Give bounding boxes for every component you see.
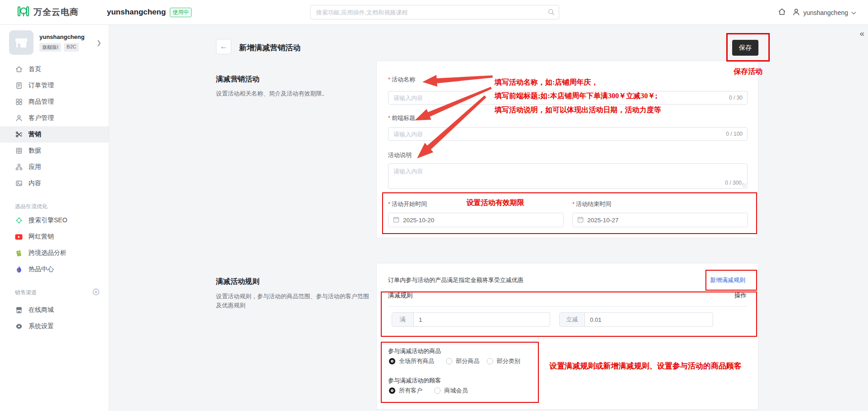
brand: 万全云电商 (17, 5, 79, 19)
topbar-right: yunshangcheng (778, 0, 856, 25)
store-avatar (9, 30, 34, 55)
page-title: 新增满减营销活动 (239, 43, 301, 53)
store-card[interactable]: yunshangcheng 旗舰版I B2C ❯ (0, 25, 109, 61)
save-button[interactable]: 保存 (732, 40, 758, 56)
section-label: 选品引流优化 (15, 203, 48, 210)
sidebar-item-label: 内容 (29, 179, 41, 187)
sidebar-item-orders[interactable]: 订单管理 (0, 77, 109, 94)
sidebar-item-label: 热品中心 (29, 265, 54, 273)
activity-name-input[interactable] (388, 91, 747, 104)
sidebar-item-label: 系统设置 (29, 322, 54, 330)
full-amount-input[interactable]: 1 (414, 313, 550, 326)
customers-scope-label: 参与满减活动的顾客 (388, 377, 441, 385)
table-divider (388, 306, 747, 307)
sidebar-item-label: 订单管理 (29, 81, 54, 90)
plan-badge: 旗舰版I (39, 43, 61, 52)
sidebar-item-online-store[interactable]: 在线商城 (0, 302, 109, 318)
char-counter: 0 / 100 (726, 131, 743, 137)
full-prefix: 满 (392, 313, 414, 326)
table-icon (15, 147, 23, 155)
sidebar-item-data[interactable]: 数据 (0, 143, 109, 159)
sidebar-item-label: 首页 (29, 65, 41, 73)
brand-logo-icon (17, 5, 29, 19)
add-channel-icon[interactable] (92, 288, 100, 297)
radio-label: 所有客户 (399, 387, 422, 395)
products-scope-options: 全场所有商品 部分商品 部分类别 (389, 357, 520, 365)
image-icon (15, 180, 23, 187)
radio-partial-categories[interactable]: 部分类别 (487, 357, 520, 365)
sidebar-item-influencer[interactable]: 网红营销 (0, 229, 109, 245)
reduce-amount-input[interactable]: 0.01 (585, 313, 713, 326)
top-bar: 万全云电商 yunshangcheng 使用中 (0, 0, 868, 25)
sidebar-item-label: 商品管理 (29, 98, 54, 106)
front-title-input[interactable] (388, 128, 747, 140)
radio-icon (434, 387, 441, 394)
add-rule-link[interactable]: 新增满减规则 (710, 276, 745, 284)
sidebar-item-hot-products[interactable]: 热品中心 (0, 261, 109, 277)
campaign-info-card: *活动名称 0 / 30 *前端标题 0 / 100 活动说明 0 / 300 (376, 61, 758, 238)
sidebar-item-products[interactable]: 商品管理 (0, 94, 109, 110)
sitemap-icon (15, 163, 23, 171)
calendar-icon (577, 216, 584, 224)
radio-partial-products[interactable]: 部分商品 (446, 357, 480, 365)
store-name: yunshangcheng (39, 33, 96, 40)
radio-all-products[interactable]: 全场所有商品 (389, 357, 434, 365)
sidebar-item-seo[interactable]: 搜索引擎SEO (0, 212, 109, 229)
brand-name: 万全云电商 (34, 6, 79, 18)
start-time-label: *活动开始时间 (388, 200, 427, 208)
sidebar-item-label: 客户管理 (29, 114, 54, 122)
section2-title: 满减活动规则 (216, 277, 259, 287)
activity-desc-field: 0 / 300 (388, 163, 748, 189)
activity-desc-label: 活动说明 (388, 151, 412, 159)
sidebar-item-label: 应用 (29, 163, 41, 171)
collapse-panel-icon[interactable]: « (859, 29, 864, 38)
radio-icon (389, 387, 395, 394)
reduce-prefix: 立减 (560, 313, 585, 326)
sidebar-item-customers[interactable]: 客户管理 (0, 110, 109, 126)
radio-mall-members[interactable]: 商城会员 (434, 387, 468, 395)
boxes-icon (15, 98, 23, 106)
sidebar-item-content[interactable]: 内容 (0, 175, 109, 191)
person-icon (15, 115, 23, 122)
chevron-right-icon: ❯ (96, 39, 101, 46)
required-asterisk: * (388, 115, 390, 121)
sidebar-item-sourcing[interactable]: 跨境选品分析 (0, 245, 109, 261)
action-column-header: 操作 (734, 292, 747, 300)
chevron-down-icon (851, 9, 856, 16)
char-counter: 0 / 30 (729, 95, 743, 101)
activity-desc-textarea[interactable] (388, 164, 747, 188)
scissors-icon (15, 131, 23, 139)
campaign-rules-card: 订单内参与活动的产品满足指定金额将享受立减优惠 新增满减规则 满减规则 操作 满… (376, 263, 758, 410)
radio-label: 部分类别 (497, 357, 520, 365)
back-button[interactable]: ← (216, 39, 231, 54)
user-icon (792, 8, 800, 17)
search-input[interactable] (310, 5, 559, 19)
required-asterisk: * (388, 201, 390, 207)
rules-table-header: 满减规则 操作 (388, 292, 747, 300)
section2-subtitle: 设置活动规则，参与活动的商品范围、参与活动的客户范围及优惠规则 (216, 292, 372, 310)
home-icon[interactable] (778, 8, 786, 18)
end-time-label: *活动结束时间 (572, 200, 611, 208)
resize-handle[interactable] (742, 183, 746, 187)
end-date-picker[interactable]: 2025-10-27 (572, 213, 748, 227)
app-window: 万全云电商 yunshangcheng 使用中 (0, 0, 868, 411)
required-asterisk: * (572, 201, 575, 207)
search-icon[interactable] (548, 9, 555, 17)
required-asterisk: * (388, 76, 390, 83)
section-label: 销售渠道 (15, 289, 37, 296)
sidebar-item-home[interactable]: 首页 (0, 61, 109, 77)
sidebar-item-label: 搜索引擎SEO (29, 216, 67, 225)
radio-all-customers[interactable]: 所有客户 (389, 387, 422, 395)
section1-title: 满减营销活动 (216, 75, 259, 84)
activity-name-field: 0 / 30 (388, 91, 748, 105)
sidebar-item-apps[interactable]: 应用 (0, 159, 109, 175)
current-store-name: yunshangcheng (107, 8, 166, 17)
main-content: ← 新增满减营销活动 保存 « 满减营销活动 设置活动相关名称、简介及活动有效期… (109, 25, 868, 411)
sidebar-item-marketing[interactable]: 营销 (0, 126, 109, 143)
section1-subtitle: 设置活动相关名称、简介及活动有效期限。 (216, 89, 372, 98)
calendar-icon (393, 216, 399, 224)
products-scope-label: 参与满减活动的商品 (388, 347, 441, 355)
start-date-picker[interactable]: 2025-10-20 (388, 213, 564, 227)
sidebar-item-settings[interactable]: 系统设置 (0, 318, 109, 335)
user-menu[interactable]: yunshangcheng (792, 8, 856, 17)
